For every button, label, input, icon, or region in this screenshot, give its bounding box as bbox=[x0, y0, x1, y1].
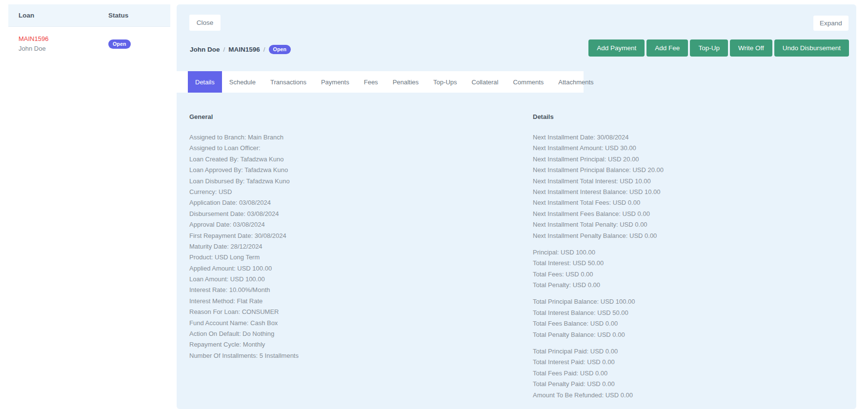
loan-id-link[interactable]: MAIN1596 bbox=[19, 35, 108, 42]
detail-line: Next Installment Penalty Balance: USD 0.… bbox=[533, 231, 806, 241]
breadcrumb-loan-id: MAIN1596 bbox=[228, 46, 260, 53]
details-detail-lines: Next Installment Date: 30/08/2024 Next I… bbox=[533, 132, 806, 401]
details-section-title: Details bbox=[533, 113, 806, 120]
loan-tabs: Details Schedule Transactions Payments F… bbox=[177, 71, 584, 93]
column-header-status: Status bbox=[108, 12, 170, 19]
detail-line: Next Installment Total Penalty: USD 0.00 bbox=[533, 219, 806, 230]
detail-line: Total Interest Balance: USD 50.00 bbox=[533, 308, 806, 318]
detail-line: First Repayment Date: 30/08/2024 bbox=[189, 231, 463, 241]
detail-line: Loan Approved By: Tafadzwa Kuno bbox=[189, 165, 463, 175]
detail-line: Total Penalty Paid: USD 0.00 bbox=[533, 379, 806, 390]
detail-line: Principal: USD 100.00 bbox=[533, 247, 806, 258]
detail-line: Total Principal Paid: USD 0.00 bbox=[533, 346, 806, 357]
tab[interactable]: Collateral bbox=[464, 71, 506, 93]
detail-line: Total Penalty Balance: USD 0.00 bbox=[533, 330, 806, 340]
status-badge: Open bbox=[108, 39, 131, 49]
detail-line: Reason For Loan: CONSUMER bbox=[189, 307, 463, 317]
tab[interactable]: Payments bbox=[314, 71, 357, 93]
detail-line: Total Fees Paid: USD 0.00 bbox=[533, 368, 806, 379]
detail-line: Applied Amount: USD 100.00 bbox=[189, 263, 463, 274]
loan-action-button[interactable]: Undo Disbursement bbox=[774, 39, 849, 57]
detail-line: Currency: USD bbox=[189, 187, 463, 197]
tab[interactable]: Schedule bbox=[222, 71, 263, 93]
borrower-name: John Doe bbox=[19, 45, 108, 52]
detail-line: Maturity Date: 28/12/2024 bbox=[189, 241, 463, 252]
tab[interactable]: Top-Ups bbox=[426, 71, 464, 93]
tab[interactable]: Attachments bbox=[551, 71, 601, 93]
loan-action-buttons: Add Payment Add Fee Top-Up Write Off Und… bbox=[588, 39, 849, 57]
breadcrumb-separator: / bbox=[263, 46, 265, 53]
loan-row[interactable]: MAIN1596 John Doe Open bbox=[8, 27, 170, 59]
tab[interactable]: Details bbox=[188, 71, 222, 93]
breadcrumb-borrower: John Doe bbox=[190, 46, 220, 53]
detail-line: Fund Account Name: Cash Box bbox=[189, 318, 463, 329]
detail-line: Number Of Installments: 5 Installments bbox=[189, 351, 463, 361]
loan-list-header: Loan Status bbox=[8, 4, 170, 27]
column-header-loan: Loan bbox=[8, 12, 108, 19]
expand-button[interactable]: Expand bbox=[813, 16, 848, 31]
detail-line: Loan Amount: USD 100.00 bbox=[189, 274, 463, 285]
tab[interactable]: Transactions bbox=[263, 71, 314, 93]
breadcrumb-separator: / bbox=[223, 46, 225, 53]
detail-line: Total Fees Balance: USD 0.00 bbox=[533, 318, 806, 329]
loan-action-button[interactable]: Add Fee bbox=[646, 39, 688, 57]
status-cell: Open bbox=[108, 39, 170, 49]
detail-line: Disbursement Date: 03/08/2024 bbox=[189, 209, 463, 219]
detail-line: Next Installment Fees Balance: USD 0.00 bbox=[533, 209, 806, 219]
loan-action-button[interactable]: Add Payment bbox=[588, 39, 645, 57]
breadcrumb: John Doe / MAIN1596 / Open bbox=[190, 45, 291, 54]
loan-list-sidebar: Loan Status MAIN1596 John Doe Open bbox=[8, 4, 170, 59]
detail-line: Total Interest: USD 50.00 bbox=[533, 258, 806, 269]
detail-line: Next Installment Interest Balance: USD 1… bbox=[533, 187, 806, 197]
detail-line: Total Interest Paid: USD 0.00 bbox=[533, 357, 806, 368]
detail-line: Next Installment Principal: USD 20.00 bbox=[533, 154, 806, 165]
general-detail-lines: Assigned to Branch: Main Branch Assigned… bbox=[189, 132, 463, 361]
detail-line: Repayment Cycle: Monthly bbox=[189, 339, 463, 350]
loan-action-button[interactable]: Write Off bbox=[730, 39, 772, 57]
detail-line: Next Installment Total Interest: USD 10.… bbox=[533, 176, 806, 187]
detail-line: Loan Disbursed By: Tafadzwa Kuno bbox=[189, 176, 463, 187]
detail-line: Next Installment Principal Balance: USD … bbox=[533, 165, 806, 175]
detail-line: Next Installment Total Fees: USD 0.00 bbox=[533, 197, 806, 208]
loan-list-rows: MAIN1596 John Doe Open bbox=[8, 27, 170, 59]
loan-cell: MAIN1596 John Doe bbox=[8, 35, 108, 52]
detail-line: Assigned to Branch: Main Branch bbox=[189, 132, 463, 143]
detail-line: Amount To Be Refunded: USD 0.00 bbox=[533, 390, 806, 401]
detail-line: Next Installment Date: 30/08/2024 bbox=[533, 132, 806, 143]
detail-line: Total Principal Balance: USD 100.00 bbox=[533, 296, 806, 307]
close-button[interactable]: Close bbox=[189, 15, 221, 31]
detail-line: Action On Default: Do Nothing bbox=[189, 329, 463, 339]
general-section-title: General bbox=[189, 113, 463, 120]
breadcrumb-status-badge: Open bbox=[269, 45, 291, 54]
detail-line: Application Date: 03/08/2024 bbox=[189, 197, 463, 208]
general-section: General Assigned to Branch: Main Branch … bbox=[189, 113, 463, 361]
loan-detail-panel: Close Expand John Doe / MAIN1596 / Open … bbox=[177, 4, 856, 409]
loan-action-button[interactable]: Top-Up bbox=[690, 39, 728, 57]
detail-line: Total Fees: USD 0.00 bbox=[533, 269, 806, 280]
detail-line: Loan Created By: Tafadzwa Kuno bbox=[189, 154, 463, 165]
detail-line: Assigned to Loan Officer: bbox=[189, 143, 463, 154]
detail-line: Next Installment Amount: USD 30.00 bbox=[533, 143, 806, 154]
tab[interactable]: Fees bbox=[357, 71, 385, 93]
tab[interactable]: Penalties bbox=[385, 71, 426, 93]
detail-line: Total Penalty: USD 0.00 bbox=[533, 280, 806, 291]
detail-line: Approval Date: 03/08/2024 bbox=[189, 219, 463, 230]
detail-line: Interest Method: Flat Rate bbox=[189, 296, 463, 307]
detail-line: Product: USD Long Term bbox=[189, 252, 463, 263]
details-section: Details Next Installment Date: 30/08/202… bbox=[533, 113, 806, 401]
tab[interactable]: Comments bbox=[505, 71, 551, 93]
detail-line: Interest Rate: 10.00%/Month bbox=[189, 285, 463, 295]
